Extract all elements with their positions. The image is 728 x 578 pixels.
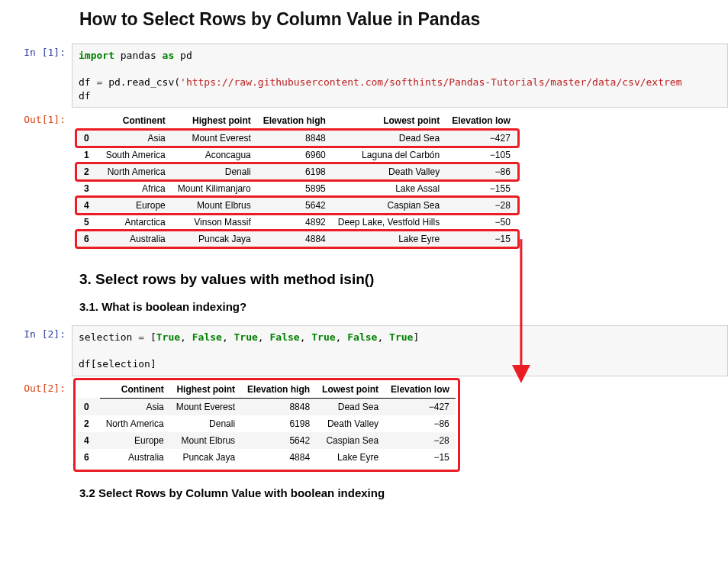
table-row: 0AsiaMount Everest8848Dead Sea−427 bbox=[78, 130, 517, 147]
cell: North America bbox=[100, 163, 172, 180]
cell: North America bbox=[100, 415, 170, 432]
column-header: Lowest point bbox=[332, 112, 446, 130]
cell: Denali bbox=[170, 415, 241, 432]
cell: −15 bbox=[446, 231, 517, 247]
row-index: 0 bbox=[78, 130, 100, 147]
cell: −155 bbox=[446, 180, 517, 197]
table-row: 3AfricaMount Kilimanjaro5895Lake Assal−1… bbox=[78, 180, 517, 197]
cell: Lake Eyre bbox=[332, 231, 446, 247]
table-row: 4EuropeMount Elbrus5642Caspian Sea−28 bbox=[78, 197, 517, 214]
column-header: Elevation low bbox=[446, 112, 517, 130]
section-heading-3-1: 3.1. What is boolean indexing? bbox=[79, 300, 728, 313]
cell: 6198 bbox=[241, 415, 316, 432]
cell: Death Valley bbox=[332, 163, 446, 180]
cell: Caspian Sea bbox=[316, 432, 385, 449]
prompt-out-1: Out[1]: bbox=[0, 111, 72, 125]
code-input-1[interactable]: import pandas as pd df = pd.read_csv('ht… bbox=[72, 44, 728, 108]
cell: Lake Assal bbox=[332, 180, 446, 197]
cell: −28 bbox=[385, 432, 456, 449]
output-1: ContinentHighest pointElevation highLowe… bbox=[72, 111, 728, 250]
output-cell-2: Out[2]: ContinentHighest pointElevation … bbox=[0, 379, 728, 468]
cell: −427 bbox=[385, 398, 456, 415]
column-header: Elevation low bbox=[385, 381, 456, 399]
jupyter-notebook: How to Select Rows by Column Value in Pa… bbox=[0, 0, 728, 500]
table-row: 5AntarcticaVinson Massif4892Deep Lake, V… bbox=[78, 214, 517, 231]
prompt-in-1: In [1]: bbox=[0, 44, 72, 58]
section-heading-3: 3. Select rows by values with method isi… bbox=[79, 271, 728, 288]
cell: Aconcagua bbox=[172, 147, 257, 163]
cell: −86 bbox=[446, 163, 517, 180]
cell: −28 bbox=[446, 197, 517, 214]
prompt-in-2: In [2]: bbox=[0, 325, 72, 340]
cell: 6198 bbox=[257, 163, 332, 180]
cell: Mount Elbrus bbox=[170, 432, 241, 449]
cell: Vinson Massif bbox=[172, 214, 257, 231]
row-index: 6 bbox=[78, 231, 100, 247]
cell: 5895 bbox=[257, 180, 332, 197]
cell: Caspian Sea bbox=[332, 197, 446, 214]
cell: Mount Everest bbox=[172, 130, 257, 147]
cell: −86 bbox=[385, 415, 456, 432]
input-cell-2: In [2]: selection = [True, False, True, … bbox=[0, 325, 728, 376]
page-title: How to Select Rows by Column Value in Pa… bbox=[79, 9, 728, 30]
cell: Death Valley bbox=[316, 415, 385, 432]
table-row: 2North AmericaDenali6198Death Valley−86 bbox=[78, 415, 456, 432]
table-row: 6AustraliaPuncak Jaya4884Lake Eyre−15 bbox=[78, 231, 517, 247]
column-header: Continent bbox=[100, 381, 170, 399]
table-row: 1South AmericaAconcagua6960Laguna del Ca… bbox=[78, 147, 517, 163]
cell: Deep Lake, Vestfold Hills bbox=[332, 214, 446, 231]
cell: Denali bbox=[172, 163, 257, 180]
cell: −105 bbox=[446, 147, 517, 163]
row-index: 2 bbox=[78, 415, 100, 432]
row-index: 5 bbox=[78, 214, 100, 231]
column-header: Highest point bbox=[172, 112, 257, 130]
prompt-out-2: Out[2]: bbox=[0, 379, 72, 394]
row-index: 2 bbox=[78, 163, 100, 180]
output-2: ContinentHighest pointElevation highLowe… bbox=[72, 379, 728, 468]
cell: 4884 bbox=[241, 449, 316, 466]
cell: 5642 bbox=[257, 197, 332, 214]
table-row: 0AsiaMount Everest8848Dead Sea−427 bbox=[78, 398, 456, 415]
cell: Africa bbox=[100, 180, 172, 197]
cell: −50 bbox=[446, 214, 517, 231]
row-index: 4 bbox=[78, 197, 100, 214]
cell: Laguna del Carbón bbox=[332, 147, 446, 163]
dataframe-table-2: ContinentHighest pointElevation highLowe… bbox=[78, 381, 456, 466]
cell: −427 bbox=[446, 130, 517, 147]
table-row: 4EuropeMount Elbrus5642Caspian Sea−28 bbox=[78, 432, 456, 449]
row-index: 1 bbox=[78, 147, 100, 163]
column-header: Elevation high bbox=[241, 381, 316, 399]
cell: Antarctica bbox=[100, 214, 172, 231]
cell: Australia bbox=[100, 449, 170, 466]
row-index: 3 bbox=[78, 180, 100, 197]
cell: Europe bbox=[100, 197, 172, 214]
dataframe-table-1: ContinentHighest pointElevation highLowe… bbox=[78, 112, 517, 247]
section-heading-3-2: 3.2 Select Rows by Column Value with boo… bbox=[79, 486, 728, 500]
cell: −15 bbox=[385, 449, 456, 466]
cell: Asia bbox=[100, 398, 170, 415]
cell: Mount Everest bbox=[170, 398, 241, 415]
cell: South America bbox=[100, 147, 172, 163]
column-header: Lowest point bbox=[316, 381, 385, 399]
row-index: 4 bbox=[78, 432, 100, 449]
cell: 5642 bbox=[241, 432, 316, 449]
table-row: 2North AmericaDenali6198Death Valley−86 bbox=[78, 163, 517, 180]
row-index: 6 bbox=[78, 449, 100, 466]
column-header: Highest point bbox=[170, 381, 241, 399]
cell: Australia bbox=[100, 231, 172, 247]
cell: Mount Kilimanjaro bbox=[172, 180, 257, 197]
code-input-2[interactable]: selection = [True, False, True, False, T… bbox=[72, 325, 728, 376]
cell: 4884 bbox=[257, 231, 332, 247]
cell: Mount Elbrus bbox=[172, 197, 257, 214]
column-header: Elevation high bbox=[257, 112, 332, 130]
cell: 4892 bbox=[257, 214, 332, 231]
cell: Asia bbox=[100, 130, 172, 147]
cell: Europe bbox=[100, 432, 170, 449]
row-index: 0 bbox=[78, 398, 100, 415]
cell: 8848 bbox=[257, 130, 332, 147]
cell: Puncak Jaya bbox=[170, 449, 241, 466]
cell: Lake Eyre bbox=[316, 449, 385, 466]
table-row: 6AustraliaPuncak Jaya4884Lake Eyre−15 bbox=[78, 449, 456, 466]
cell: 8848 bbox=[241, 398, 316, 415]
output-cell-1: Out[1]: ContinentHighest pointElevation … bbox=[0, 111, 728, 250]
